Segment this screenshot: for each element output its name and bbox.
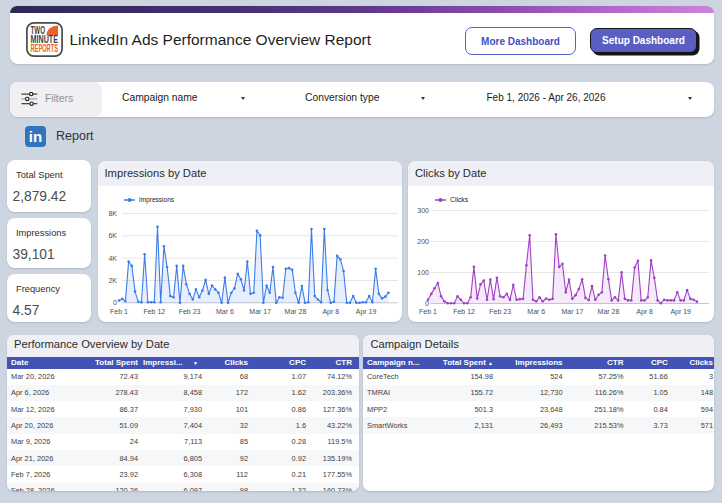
svg-text:6K: 6K	[108, 232, 117, 239]
svg-text:8K: 8K	[108, 209, 117, 216]
svg-text:200: 200	[417, 238, 429, 245]
svg-text:Feb 1: Feb 1	[110, 307, 128, 314]
svg-text:REPORTS: REPORTS	[31, 43, 59, 54]
svg-text:Apr 8: Apr 8	[636, 307, 653, 315]
svg-text:Mar 6: Mar 6	[527, 307, 545, 314]
svg-text:Apr 19: Apr 19	[670, 307, 691, 315]
svg-text:Feb 1: Feb 1	[419, 307, 437, 314]
svg-text:Clicks: Clicks	[450, 196, 469, 203]
svg-text:Mar 6: Mar 6	[216, 307, 234, 314]
svg-text:Apr 19: Apr 19	[356, 307, 377, 315]
svg-text:Mar 28: Mar 28	[285, 307, 307, 314]
svg-text:2K: 2K	[108, 277, 117, 284]
svg-text:Apr 8: Apr 8	[322, 307, 339, 315]
svg-text:300: 300	[417, 207, 429, 214]
svg-text:Feb 12: Feb 12	[143, 307, 165, 314]
svg-text:Feb 23: Feb 23	[179, 307, 201, 314]
svg-text:Feb 23: Feb 23	[489, 307, 511, 314]
svg-text:4K: 4K	[108, 254, 117, 261]
svg-text:Impressions: Impressions	[139, 196, 175, 204]
svg-text:Mar 17: Mar 17	[561, 307, 583, 314]
svg-text:Feb 12: Feb 12	[453, 307, 475, 314]
svg-text:Mar 28: Mar 28	[597, 307, 619, 314]
svg-text:Mar 17: Mar 17	[249, 307, 271, 314]
svg-text:100: 100	[417, 269, 429, 276]
svg-text:0: 0	[113, 299, 117, 306]
